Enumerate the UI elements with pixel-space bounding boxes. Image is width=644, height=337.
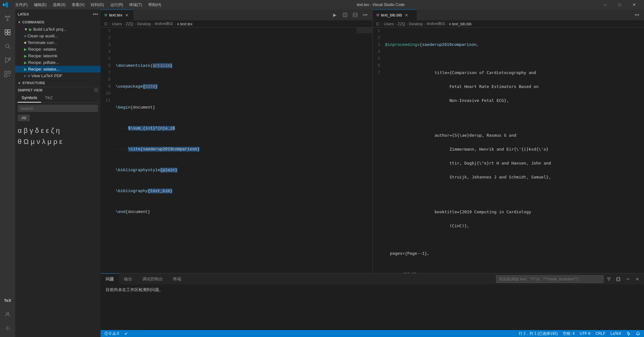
panel-tab-debug[interactable]: 调试控制台: [137, 273, 168, 284]
status-bell-icon[interactable]: [635, 330, 641, 337]
play-icon-5: ▶: [24, 67, 27, 72]
bib-file-icon: ⊞: [376, 13, 379, 17]
menu-file[interactable]: 文件(F): [13, 2, 30, 8]
svg-point-7: [6, 44, 9, 48]
error-count: 0: [109, 331, 111, 336]
split-editor-button[interactable]: [341, 10, 350, 19]
split-down-button[interactable]: [351, 10, 360, 19]
more-actions-button[interactable]: •••: [361, 10, 370, 19]
menu-edit[interactable]: 编辑(E): [31, 2, 49, 8]
svg-point-0: [5, 16, 7, 17]
activity-search[interactable]: [1, 40, 14, 53]
snippet-resize-handle[interactable]: [94, 88, 98, 92]
close-panel-button[interactable]: ✕: [633, 275, 641, 283]
menu-select[interactable]: 选择(S): [50, 2, 68, 8]
bottom-panel: 问题 输出 调试控制台 终端: [101, 273, 644, 330]
minimap-slider[interactable]: [356, 28, 372, 33]
play-icon-4: ▶: [24, 60, 27, 65]
bib-tab-close-button[interactable]: ✕: [404, 12, 409, 18]
sidebar-item-viewpdf[interactable]: ▶ ≡ View LaTeX PDF: [15, 72, 101, 79]
sidebar-item-build[interactable]: ▼ ▶ Build LaTeX proj...: [15, 26, 101, 33]
play-icon-3: ▶: [24, 54, 27, 58]
status-line-ending[interactable]: CRLF: [594, 330, 607, 337]
panel-tab-output[interactable]: 输出: [119, 273, 137, 284]
run-button[interactable]: ▶: [331, 10, 339, 19]
close-button[interactable]: ✕: [627, 0, 641, 9]
play-icon: ▶: [29, 27, 32, 32]
maximize-button[interactable]: □: [612, 0, 627, 9]
activity-extensions[interactable]: [1, 68, 14, 80]
cleanup-label: Clean up auxili...: [28, 34, 58, 38]
bib-line-2: title={Comparison of Cardiotocography an…: [385, 62, 644, 111]
sidebar-item-recipe-xelatex[interactable]: ▶ Recipe: xelatex: [15, 46, 101, 53]
status-pin-icon[interactable]: [625, 330, 632, 337]
menu-view[interactable]: 查看(V): [69, 2, 87, 8]
menu-help[interactable]: 帮助(H): [146, 2, 164, 8]
expand-panel-button[interactable]: [624, 275, 632, 283]
bib-code-content: 1 2 3 4 5 6 7 @inproceedings{saederup201…: [373, 28, 644, 273]
activity-settings[interactable]: [1, 322, 14, 334]
symbols-row-2: θ Ω μ ν λ μ ρ ε: [18, 136, 98, 147]
sidebar-item-recipe-latexmk[interactable]: ▶ Recipe: latexmk: [15, 53, 101, 59]
commands-header[interactable]: ▼ COMMANDS: [15, 18, 101, 26]
sidebar-item-terminate[interactable]: ■ Terminate curr...: [15, 39, 101, 46]
minimize-button[interactable]: ─: [598, 0, 612, 9]
status-bar: 0 0 行 2，列 1 (已选择192): [101, 330, 644, 337]
menu-goto[interactable]: 转到(G): [88, 2, 106, 8]
tex-tab-close-button[interactable]: ✕: [124, 12, 129, 18]
tex-file-icon: ⊞: [104, 13, 107, 17]
bib-code-editor[interactable]: 1 2 3 4 5 6 7 @inproceedings{saederup201…: [373, 28, 644, 273]
snippet-filter-all-button[interactable]: All: [18, 115, 30, 121]
status-spaces[interactable]: 空格: 4: [561, 330, 576, 337]
status-language[interactable]: LaTeX: [609, 330, 622, 337]
menu-run[interactable]: 运行(R): [108, 2, 126, 8]
activity-source-control[interactable]: [1, 12, 14, 25]
commands-chevron-icon: ▼: [18, 21, 21, 24]
window-title: text.tex - Visual Studio Code: [357, 3, 405, 7]
tex-code-content: 1 2 3 4 5 6 7 8 9 10 11: [101, 28, 372, 273]
recipe-xelatex-label: Recipe: xelatex: [28, 47, 56, 52]
status-error-count[interactable]: 0 0: [103, 330, 120, 337]
structure-chevron-icon: ▼: [18, 81, 21, 85]
copy-panel-button[interactable]: [614, 275, 622, 283]
bib-more-actions[interactable]: •••: [633, 10, 641, 19]
sidebar-item-recipe-pdflatex[interactable]: ▶ Recipe: pdflate...: [15, 59, 101, 66]
activity-run[interactable]: [1, 54, 14, 66]
breadcrumb-users: Users: [112, 22, 122, 26]
tab-symbols[interactable]: Symbols: [18, 93, 41, 103]
activity-explorer[interactable]: [1, 26, 14, 39]
menu-terminal[interactable]: 终端(T): [127, 2, 144, 8]
bib-breadcrumb-texlive: texlive测试: [427, 21, 445, 27]
snippet-search-input[interactable]: [18, 105, 98, 112]
panel-tab-terminal[interactable]: 终端: [168, 273, 186, 284]
tab-tikz[interactable]: TikZ: [41, 93, 57, 103]
tab-tex-active[interactable]: ⊞ text.tex ✕: [101, 9, 133, 20]
panel-filter-input[interactable]: [496, 275, 604, 283]
tex-tab-bar: ⊞ text.tex ✕ ▶: [101, 9, 372, 21]
tex-code-editor[interactable]: 1 2 3 4 5 6 7 8 9 10 11: [101, 28, 372, 273]
tab-bib-active[interactable]: ⊞ text_bib.bib ✕: [373, 9, 417, 20]
list-icon-2: ≡: [28, 74, 30, 78]
snippet-view-label: SNIPPET VIEW: [18, 88, 42, 92]
panel-tab-problems[interactable]: 问题: [101, 273, 119, 284]
commands-label: COMMANDS: [22, 20, 44, 24]
status-position[interactable]: 行 2，列 1 (已选择192): [517, 330, 559, 337]
activity-account[interactable]: [1, 308, 14, 321]
sidebar-more-icon[interactable]: •••: [93, 11, 98, 17]
warning-count: 0: [117, 331, 119, 336]
tex-line-1: [116, 41, 356, 48]
bell-icon: [636, 331, 640, 336]
title-bar-left: 文件(F) 编辑(E) 选择(S) 查看(V) 转到(G) 运行(R) 终端(T…: [3, 2, 164, 8]
activity-tex[interactable]: TeX: [1, 294, 14, 307]
box-icon: ■: [24, 41, 26, 45]
tex-minimap: [356, 28, 372, 273]
snippet-symbols-grid: α β γ δ ε ε ζ η θ Ω μ ν λ μ ρ ε: [15, 122, 101, 150]
bib-breadcrumb-desktop: Desktop: [409, 22, 423, 26]
sidebar-item-cleanup[interactable]: ≡ Clean up auxili...: [15, 33, 101, 39]
status-check[interactable]: [123, 330, 129, 337]
structure-header[interactable]: ▼ STRUCTURE: [15, 79, 101, 87]
error-icon: [104, 332, 108, 335]
status-encoding[interactable]: UTF-8: [579, 330, 592, 337]
sidebar-item-recipe-xelatex2[interactable]: ▶ Recipe: xelatex...: [15, 66, 101, 72]
filter-icon[interactable]: [605, 275, 613, 283]
